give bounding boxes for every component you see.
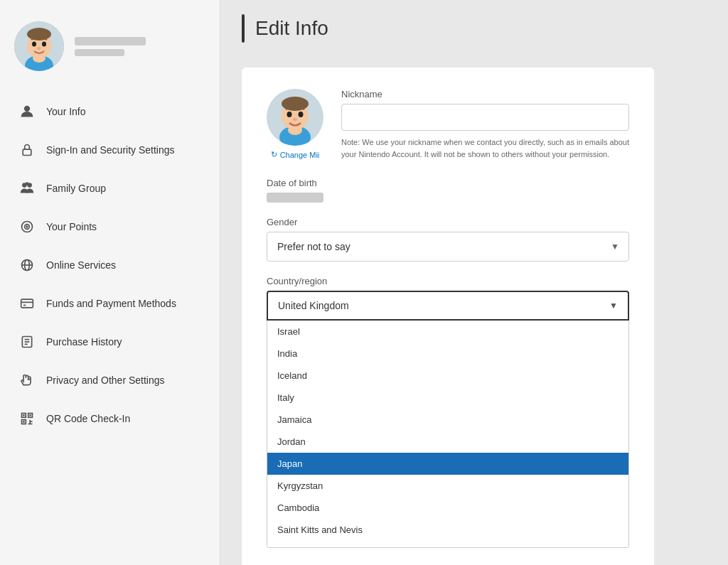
dropdown-item-10[interactable]: Korea (Republic of): [267, 541, 628, 548]
title-bar-accent: [242, 14, 245, 43]
nickname-section: Nickname Note: We use your nickname when…: [341, 89, 629, 160]
sidebar-label-your-info: Your Info: [46, 106, 86, 117]
dropdown-item-4[interactable]: Jamaica: [267, 409, 628, 431]
person-icon: [18, 102, 36, 121]
hand-icon: [18, 371, 36, 389]
dob-label: Date of birth: [267, 178, 629, 188]
sidebar-label-funds-payment: Funds and Payment Methods: [46, 298, 176, 309]
change-mii-button[interactable]: ↻ Change Mii: [271, 150, 320, 159]
svg-point-15: [26, 226, 28, 227]
country-dropdown-list[interactable]: IsraelIndiaIcelandItalyJamaicaJordanJapa…: [267, 321, 629, 548]
sidebar-item-privacy[interactable]: Privacy and Other Settings: [0, 361, 220, 399]
card-icon: [18, 294, 36, 313]
svg-point-42: [299, 112, 304, 117]
svg-point-41: [287, 112, 292, 117]
nickname-note: Note: We use your nickname when we conta…: [341, 136, 629, 160]
svg-rect-30: [29, 414, 31, 416]
svg-rect-19: [21, 299, 33, 308]
sidebar-item-your-info[interactable]: Your Info: [0, 92, 220, 131]
profile-section: ↻ Change Mii Nickname Note: We use your …: [267, 89, 629, 160]
edit-info-form: ↻ Change Mii Nickname Note: We use your …: [242, 68, 654, 565]
sidebar-nav: Your Info Sign-In and Security Settings: [0, 92, 220, 438]
country-label: Country/region: [267, 276, 629, 286]
country-section: Country/region United Kingdom ▼ IsraelIn…: [267, 276, 629, 548]
sidebar-username: [75, 37, 146, 56]
sidebar-item-qr-code[interactable]: QR Code Check-In: [0, 399, 220, 438]
lock-icon: [18, 141, 36, 159]
sidebar-avatar: [14, 21, 64, 71]
points-icon: [18, 217, 36, 236]
qr-icon: [18, 409, 36, 428]
sidebar-label-sign-in: Sign-In and Security Settings: [46, 144, 175, 156]
svg-point-12: [26, 182, 29, 185]
page-title: Edit Info: [255, 17, 328, 40]
nickname-input[interactable]: [341, 104, 629, 131]
svg-point-4: [27, 28, 51, 41]
sidebar-item-family-group[interactable]: Family Group: [0, 169, 220, 208]
svg-rect-29: [23, 414, 25, 416]
dob-value-blur: [267, 193, 323, 203]
sidebar-label-privacy: Privacy and Other Settings: [46, 375, 165, 386]
dropdown-item-2[interactable]: Iceland: [267, 365, 628, 387]
profile-avatar: [267, 89, 323, 146]
dob-section: Date of birth: [267, 178, 629, 203]
gender-select-wrapper: Prefer not to say Male Female ▼: [267, 232, 629, 262]
sidebar-label-online-services: Online Services: [46, 259, 116, 271]
dropdown-item-7[interactable]: Kyrgyzstan: [267, 475, 628, 497]
page-header: Edit Info: [242, 14, 707, 50]
sidebar: Your Info Sign-In and Security Settings: [0, 0, 220, 565]
sidebar-label-qr-code: QR Code Check-In: [46, 413, 130, 424]
svg-point-43: [293, 118, 297, 122]
dropdown-item-8[interactable]: Cambodia: [267, 497, 628, 519]
country-dropdown-wrap: United Kingdom ▼ IsraelIndiaIcelandItaly…: [267, 291, 629, 548]
country-chevron-icon: ▼: [609, 301, 618, 311]
main-content: Edit Info: [220, 0, 728, 565]
country-selected-value[interactable]: United Kingdom ▼: [267, 291, 629, 321]
gender-section: Gender Prefer not to say Male Female ▼: [267, 217, 629, 262]
sidebar-item-sign-in[interactable]: Sign-In and Security Settings: [0, 131, 220, 169]
gender-select[interactable]: Prefer not to say Male Female: [267, 232, 629, 262]
dropdown-item-5[interactable]: Jordan: [267, 431, 628, 453]
svg-point-7: [38, 47, 41, 50]
sidebar-item-funds-payment[interactable]: Funds and Payment Methods: [0, 284, 220, 323]
refresh-icon: ↻: [271, 150, 277, 159]
list-icon: [18, 333, 36, 351]
nickname-label: Nickname: [341, 89, 629, 99]
sidebar-label-purchase-history: Purchase History: [46, 336, 122, 348]
dropdown-item-3[interactable]: Italy: [267, 387, 628, 409]
sidebar-item-your-points[interactable]: Your Points: [0, 208, 220, 246]
dropdown-item-6[interactable]: Japan: [267, 453, 628, 475]
sidebar-profile: [0, 14, 220, 85]
dropdown-item-9[interactable]: Saint Kitts and Nevis: [267, 519, 628, 541]
svg-rect-31: [23, 421, 25, 423]
sidebar-item-purchase-history[interactable]: Purchase History: [0, 323, 220, 361]
avatar-wrap: ↻ Change Mii: [267, 89, 323, 159]
sidebar-label-family-group: Family Group: [46, 183, 106, 194]
svg-point-5: [32, 42, 36, 47]
sidebar-label-your-points: Your Points: [46, 221, 97, 232]
gender-label: Gender: [267, 217, 629, 227]
svg-rect-9: [23, 149, 31, 155]
svg-point-8: [24, 106, 30, 112]
dropdown-item-1[interactable]: India: [267, 343, 628, 365]
country-select-display[interactable]: United Kingdom ▼: [267, 291, 629, 321]
sidebar-item-online-services[interactable]: Online Services: [0, 246, 220, 284]
family-icon: [18, 179, 36, 198]
dropdown-item-0[interactable]: Israel: [267, 321, 628, 343]
globe-icon: [18, 256, 36, 274]
svg-point-6: [42, 42, 46, 47]
